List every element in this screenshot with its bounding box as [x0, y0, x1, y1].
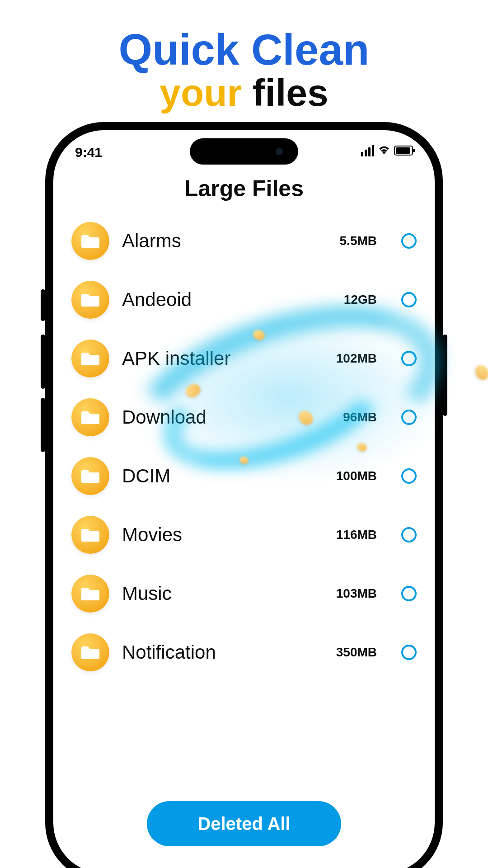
folder-name: Music	[122, 583, 301, 604]
folder-size: 96MB	[314, 410, 377, 425]
folder-icon	[71, 633, 109, 671]
folder-name: APK installer	[122, 348, 301, 369]
select-radio[interactable]	[401, 468, 417, 484]
folder-icon	[71, 281, 109, 319]
folder-list: Alarms5.5MBAndeoid12GBAPK installer102MB…	[71, 212, 417, 682]
folder-size: 100MB	[314, 469, 377, 483]
select-radio[interactable]	[401, 586, 417, 601]
wifi-icon	[378, 145, 390, 156]
folder-row[interactable]: APK installer102MB	[71, 329, 417, 388]
folder-size: 5.5MB	[314, 234, 377, 248]
folder-row[interactable]: Andeoid12GB	[71, 270, 417, 329]
folder-row[interactable]: Movies116MB	[71, 505, 417, 564]
folder-row[interactable]: DCIM100MB	[71, 447, 417, 505]
folder-size: 12GB	[314, 292, 377, 307]
folder-name: Andeoid	[122, 289, 301, 311]
folder-icon	[71, 398, 109, 436]
select-radio[interactable]	[401, 527, 417, 542]
folder-icon	[71, 516, 109, 554]
select-radio[interactable]	[401, 410, 417, 425]
status-icons	[361, 145, 413, 156]
phone-side-button	[443, 335, 447, 416]
select-radio[interactable]	[401, 292, 417, 307]
dynamic-island	[190, 138, 298, 165]
folder-name: DCIM	[122, 465, 301, 487]
promo-line-1: Quick Clean	[0, 27, 488, 73]
folder-size: 116MB	[314, 528, 377, 542]
promo-line-2: your files	[0, 73, 488, 113]
phone-side-button	[41, 398, 45, 452]
battery-icon	[394, 146, 413, 156]
status-time: 9:41	[75, 145, 102, 160]
folder-icon	[71, 340, 109, 377]
folder-row[interactable]: Download96MB	[71, 388, 417, 447]
phone-screen: 9:41 Large Files Alarms5.5MBAndeoid12GBA…	[53, 130, 435, 868]
phone-side-button	[41, 335, 45, 389]
promo-headline: Quick Clean your files	[0, 27, 488, 113]
page-title: Large Files	[53, 175, 435, 202]
folder-row[interactable]: Alarms5.5MB	[71, 212, 417, 270]
folder-size: 350MB	[314, 645, 377, 660]
phone-frame: 9:41 Large Files Alarms5.5MBAndeoid12GBA…	[45, 122, 443, 868]
select-radio[interactable]	[401, 351, 417, 366]
folder-name: Notification	[122, 642, 301, 663]
select-radio[interactable]	[401, 645, 417, 660]
cellular-icon	[361, 145, 374, 156]
folder-size: 102MB	[314, 351, 377, 366]
folder-row[interactable]: Notification350MB	[71, 623, 417, 682]
folder-name: Download	[122, 406, 301, 428]
folder-icon	[71, 575, 109, 613]
delete-all-button[interactable]: Deleted All	[147, 801, 341, 846]
promo-your: your	[160, 71, 242, 114]
folder-icon	[71, 222, 109, 260]
folder-icon	[71, 457, 109, 495]
folder-name: Alarms	[122, 230, 301, 252]
folder-row[interactable]: Music103MB	[71, 564, 417, 623]
promo-files: files	[253, 71, 328, 114]
folder-size: 103MB	[314, 586, 377, 601]
select-radio[interactable]	[401, 233, 417, 249]
folder-name: Movies	[122, 524, 301, 546]
phone-side-button	[41, 289, 45, 321]
